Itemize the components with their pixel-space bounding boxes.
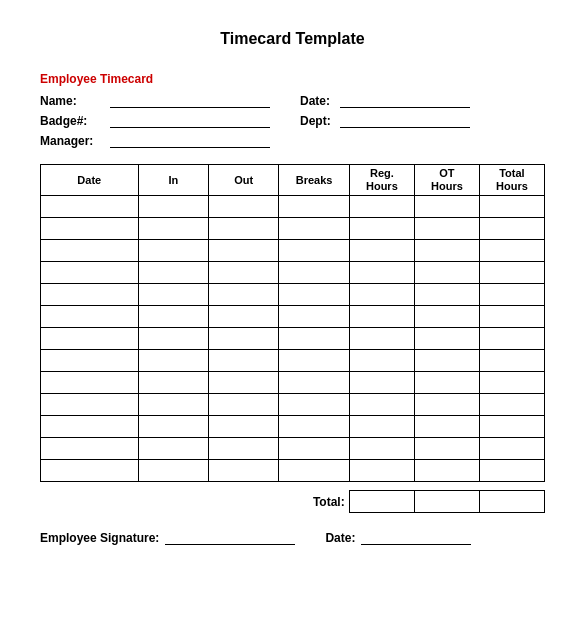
table-cell[interactable] (349, 306, 414, 328)
name-input[interactable] (110, 94, 270, 108)
table-cell[interactable] (138, 416, 208, 438)
table-cell[interactable] (279, 262, 349, 284)
table-cell[interactable] (414, 438, 479, 460)
total-ot-value[interactable] (414, 491, 479, 513)
table-cell[interactable] (138, 394, 208, 416)
table-cell[interactable] (41, 218, 139, 240)
table-cell[interactable] (41, 240, 139, 262)
table-cell[interactable] (41, 460, 139, 482)
table-cell[interactable] (41, 196, 139, 218)
table-cell[interactable] (279, 350, 349, 372)
table-cell[interactable] (349, 328, 414, 350)
table-cell[interactable] (279, 394, 349, 416)
table-cell[interactable] (479, 394, 544, 416)
table-cell[interactable] (479, 350, 544, 372)
table-cell[interactable] (479, 460, 544, 482)
table-cell[interactable] (279, 372, 349, 394)
table-cell[interactable] (414, 218, 479, 240)
manager-input[interactable] (110, 134, 270, 148)
table-cell[interactable] (279, 196, 349, 218)
table-cell[interactable] (349, 284, 414, 306)
table-cell[interactable] (479, 218, 544, 240)
table-cell[interactable] (208, 240, 278, 262)
table-cell[interactable] (41, 394, 139, 416)
table-cell[interactable] (479, 262, 544, 284)
table-cell[interactable] (349, 372, 414, 394)
table-cell[interactable] (208, 196, 278, 218)
total-hours-value[interactable] (479, 491, 544, 513)
table-cell[interactable] (138, 284, 208, 306)
table-cell[interactable] (208, 372, 278, 394)
table-cell[interactable] (414, 416, 479, 438)
table-cell[interactable] (41, 438, 139, 460)
table-cell[interactable] (414, 306, 479, 328)
signature-input[interactable] (165, 531, 295, 545)
table-cell[interactable] (349, 240, 414, 262)
table-cell[interactable] (414, 460, 479, 482)
table-cell[interactable] (279, 328, 349, 350)
table-cell[interactable] (349, 196, 414, 218)
table-cell[interactable] (349, 218, 414, 240)
table-cell[interactable] (41, 262, 139, 284)
table-cell[interactable] (414, 262, 479, 284)
table-cell[interactable] (279, 218, 349, 240)
table-cell[interactable] (349, 460, 414, 482)
table-cell[interactable] (41, 372, 139, 394)
table-cell[interactable] (414, 350, 479, 372)
footer-date-input[interactable] (361, 531, 471, 545)
table-cell[interactable] (414, 372, 479, 394)
table-cell[interactable] (479, 306, 544, 328)
table-cell[interactable] (479, 240, 544, 262)
table-cell[interactable] (138, 306, 208, 328)
table-cell[interactable] (208, 284, 278, 306)
table-cell[interactable] (138, 218, 208, 240)
table-cell[interactable] (349, 262, 414, 284)
dept-input[interactable] (340, 114, 470, 128)
table-cell[interactable] (208, 218, 278, 240)
table-cell[interactable] (208, 350, 278, 372)
table-cell[interactable] (138, 350, 208, 372)
table-cell[interactable] (208, 438, 278, 460)
date-input[interactable] (340, 94, 470, 108)
table-cell[interactable] (279, 240, 349, 262)
table-cell[interactable] (349, 350, 414, 372)
badge-input[interactable] (110, 114, 270, 128)
table-cell[interactable] (208, 460, 278, 482)
table-cell[interactable] (279, 460, 349, 482)
table-cell[interactable] (208, 394, 278, 416)
table-cell[interactable] (479, 328, 544, 350)
table-cell[interactable] (279, 284, 349, 306)
table-cell[interactable] (138, 372, 208, 394)
table-cell[interactable] (479, 196, 544, 218)
table-cell[interactable] (414, 240, 479, 262)
table-cell[interactable] (138, 196, 208, 218)
table-cell[interactable] (138, 240, 208, 262)
table-cell[interactable] (208, 306, 278, 328)
table-cell[interactable] (414, 284, 479, 306)
table-cell[interactable] (41, 284, 139, 306)
table-cell[interactable] (349, 394, 414, 416)
table-cell[interactable] (208, 262, 278, 284)
table-cell[interactable] (414, 196, 479, 218)
table-cell[interactable] (41, 306, 139, 328)
table-cell[interactable] (41, 416, 139, 438)
table-cell[interactable] (41, 328, 139, 350)
table-cell[interactable] (414, 394, 479, 416)
table-cell[interactable] (414, 328, 479, 350)
table-cell[interactable] (41, 350, 139, 372)
table-cell[interactable] (279, 438, 349, 460)
table-cell[interactable] (479, 284, 544, 306)
table-cell[interactable] (479, 416, 544, 438)
table-cell[interactable] (279, 416, 349, 438)
table-cell[interactable] (208, 328, 278, 350)
total-reg-value[interactable] (349, 491, 414, 513)
table-cell[interactable] (279, 306, 349, 328)
table-cell[interactable] (349, 438, 414, 460)
table-cell[interactable] (138, 460, 208, 482)
table-cell[interactable] (479, 372, 544, 394)
table-cell[interactable] (208, 416, 278, 438)
table-cell[interactable] (138, 328, 208, 350)
table-cell[interactable] (138, 438, 208, 460)
table-cell[interactable] (138, 262, 208, 284)
table-cell[interactable] (349, 416, 414, 438)
